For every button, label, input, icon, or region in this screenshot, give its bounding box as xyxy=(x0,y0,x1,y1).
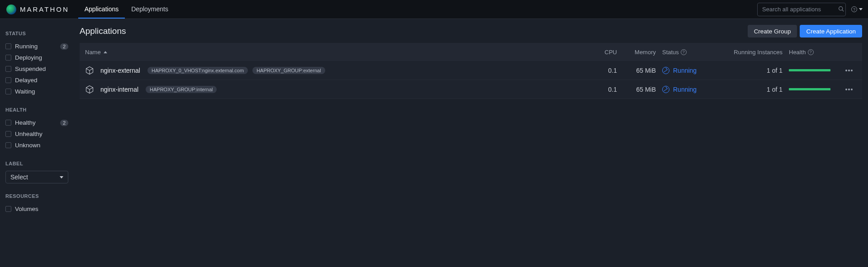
running-icon xyxy=(662,67,669,74)
filter-suspended[interactable]: Suspended xyxy=(5,63,68,75)
table-header: Name CPU Memory Status ? Running Instanc… xyxy=(80,43,862,61)
logo-icon xyxy=(6,5,16,14)
svg-point-0 xyxy=(839,6,843,10)
table-row[interactable]: nginx-internal HAPROXY_GROUP:internal 0.… xyxy=(80,80,862,99)
logo[interactable]: MARATHON xyxy=(6,5,69,14)
sidebar-label-title: LABEL xyxy=(5,161,68,166)
col-status-label: Status xyxy=(662,49,679,56)
filter-healthy[interactable]: Healthy 2 xyxy=(5,117,68,128)
filter-deploying[interactable]: Deploying xyxy=(5,52,68,63)
app-name: nginx-internal xyxy=(100,86,138,93)
col-health-label: Health xyxy=(789,49,806,56)
checkbox-icon xyxy=(5,55,11,61)
help-menu[interactable]: ? xyxy=(851,6,863,12)
sort-asc-icon xyxy=(104,51,107,53)
status-text: Running xyxy=(673,86,697,93)
label-select-value: Select xyxy=(10,173,28,181)
app-instances: 1 of 1 xyxy=(710,67,783,74)
filter-label: Running xyxy=(15,43,60,50)
filter-waiting[interactable]: Waiting xyxy=(5,86,68,97)
chevron-down-icon xyxy=(60,176,63,178)
main-content: Applications Create Group Create Applica… xyxy=(74,19,868,267)
filter-running[interactable]: Running 2 xyxy=(5,41,68,52)
sidebar-health-title: HEALTH xyxy=(5,107,68,112)
row-actions-menu[interactable] xyxy=(841,70,857,71)
search-box[interactable] xyxy=(757,3,846,16)
sidebar-resources-title: RESOURCES xyxy=(5,193,68,199)
app-tag: HAPROXY_0_VHOST:nginx.external.com xyxy=(147,67,248,74)
app-health xyxy=(783,88,841,90)
health-bar xyxy=(789,69,830,71)
search-icon xyxy=(838,6,844,13)
checkbox-icon xyxy=(5,77,11,83)
label-select[interactable]: Select xyxy=(5,171,68,183)
filter-count: 2 xyxy=(60,120,68,126)
main-header: Applications Create Group Create Applica… xyxy=(80,25,862,37)
health-bar xyxy=(789,88,830,90)
app-icon xyxy=(85,66,94,75)
col-health-header[interactable]: Health ? xyxy=(783,49,841,56)
running-icon xyxy=(662,86,669,93)
row-actions-menu[interactable] xyxy=(841,89,857,90)
table-row[interactable]: nginx-external HAPROXY_0_VHOST:nginx.ext… xyxy=(80,61,862,80)
filter-label: Delayed xyxy=(15,77,68,84)
filter-label: Unknown xyxy=(15,142,68,149)
app-status: Running xyxy=(656,67,710,74)
help-icon: ? xyxy=(681,49,687,55)
col-instances-header[interactable]: Running Instances xyxy=(710,49,783,56)
help-icon: ? xyxy=(808,49,814,55)
app-name: nginx-external xyxy=(100,67,140,74)
col-name-label: Name xyxy=(85,49,101,56)
col-cpu-header[interactable]: CPU xyxy=(587,49,617,56)
checkbox-icon xyxy=(5,43,11,49)
checkbox-icon xyxy=(5,66,11,72)
filter-label: Volumes xyxy=(15,206,68,212)
nav-applications[interactable]: Applications xyxy=(78,0,125,19)
app-icon xyxy=(85,85,94,94)
filter-label: Unhealthy xyxy=(15,131,68,137)
col-name-header[interactable]: Name xyxy=(85,49,587,56)
checkbox-icon xyxy=(5,89,11,94)
filter-unhealthy[interactable]: Unhealthy xyxy=(5,128,68,140)
create-application-button[interactable]: Create Application xyxy=(800,25,862,37)
app-status: Running xyxy=(656,86,710,93)
filter-count: 2 xyxy=(60,43,68,50)
filter-volumes[interactable]: Volumes xyxy=(5,203,68,215)
filter-label: Suspended xyxy=(15,66,68,72)
filter-label: Waiting xyxy=(15,88,68,95)
checkbox-icon xyxy=(5,142,11,148)
app-cpu: 0.1 xyxy=(587,86,617,93)
col-status-header[interactable]: Status ? xyxy=(656,49,710,56)
page-title: Applications xyxy=(80,26,126,36)
help-icon: ? xyxy=(851,6,857,12)
sidebar-status-title: STATUS xyxy=(5,31,68,36)
create-group-button[interactable]: Create Group xyxy=(748,25,797,37)
app-memory: 65 MiB xyxy=(617,67,656,74)
app-health xyxy=(783,69,841,71)
app-cpu: 0.1 xyxy=(587,67,617,74)
col-memory-header[interactable]: Memory xyxy=(617,49,656,56)
checkbox-icon xyxy=(5,131,11,137)
filter-label: Healthy xyxy=(15,119,60,126)
checkbox-icon xyxy=(5,120,11,126)
app-tag: HAPROXY_GROUP:external xyxy=(252,67,325,74)
top-bar: MARATHON Applications Deployments ? xyxy=(0,0,868,19)
status-text: Running xyxy=(673,67,697,74)
app-memory: 65 MiB xyxy=(617,86,656,93)
svg-line-1 xyxy=(842,9,844,11)
chevron-down-icon xyxy=(859,8,863,10)
filter-delayed[interactable]: Delayed xyxy=(5,75,68,86)
sidebar: STATUS Running 2 Deploying Suspended Del… xyxy=(0,19,74,267)
filter-label: Deploying xyxy=(15,54,68,61)
app-tag: HAPROXY_GROUP:internal xyxy=(146,86,217,93)
checkbox-icon xyxy=(5,206,11,212)
app-instances: 1 of 1 xyxy=(710,86,783,93)
primary-nav: Applications Deployments xyxy=(78,0,175,19)
filter-unknown[interactable]: Unknown xyxy=(5,140,68,151)
logo-text: MARATHON xyxy=(20,5,69,13)
nav-deployments[interactable]: Deployments xyxy=(125,0,175,19)
search-input[interactable] xyxy=(762,6,838,13)
